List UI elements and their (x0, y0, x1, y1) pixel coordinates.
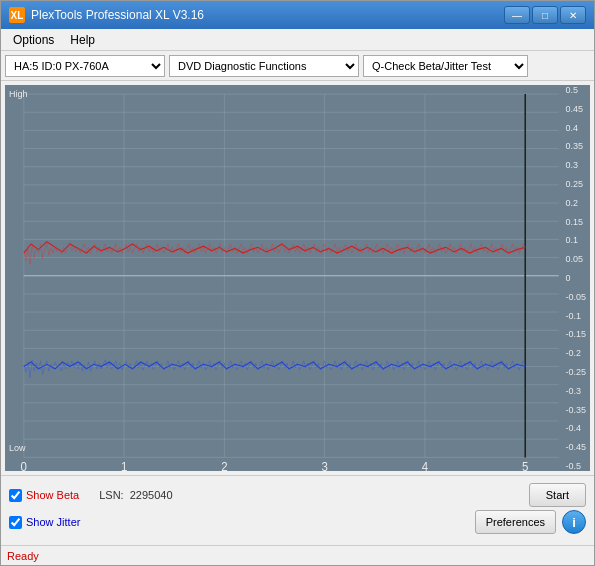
options-menu[interactable]: Options (5, 31, 62, 49)
bottom-row1: Show Beta LSN: 2295040 Start (9, 480, 586, 510)
window-title: PlexTools Professional XL V3.16 (31, 8, 204, 22)
svg-text:3: 3 (321, 460, 328, 471)
status-text: Ready (7, 550, 39, 562)
svg-text:4: 4 (422, 460, 429, 471)
menu-bar: Options Help (1, 29, 594, 51)
main-window: XL PlexTools Professional XL V3.16 — □ ✕… (0, 0, 595, 566)
test-select[interactable]: Q-Check Beta/Jitter Test (363, 55, 528, 77)
svg-text:1: 1 (121, 460, 128, 471)
show-beta-checkbox[interactable] (9, 489, 22, 502)
bottom-bar: Show Beta LSN: 2295040 Start Show Jitter… (1, 475, 594, 545)
start-section: Start (529, 483, 586, 507)
preferences-button[interactable]: Preferences (475, 510, 556, 534)
status-bar: Ready (1, 545, 594, 565)
title-bar-left: XL PlexTools Professional XL V3.16 (9, 7, 204, 23)
svg-text:0: 0 (21, 460, 28, 471)
title-bar: XL PlexTools Professional XL V3.16 — □ ✕ (1, 1, 594, 29)
help-menu[interactable]: Help (62, 31, 103, 49)
maximize-button[interactable]: □ (532, 6, 558, 24)
toolbar: HA:5 ID:0 PX-760A DVD Diagnostic Functio… (1, 51, 594, 81)
chart-svg: 0 1 2 3 4 5 (5, 85, 590, 471)
show-jitter-checkbox-label[interactable]: Show Jitter (9, 516, 80, 529)
lsn-value: 2295040 (130, 489, 173, 501)
lsn-section: LSN: 2295040 (99, 489, 172, 501)
lsn-label: LSN: (99, 489, 123, 501)
show-jitter-label: Show Jitter (26, 516, 80, 528)
bottom-row2: Show Jitter Preferences i (9, 510, 586, 534)
function-select[interactable]: DVD Diagnostic Functions (169, 55, 359, 77)
show-beta-label: Show Beta (26, 489, 79, 501)
app-icon: XL (9, 7, 25, 23)
close-button[interactable]: ✕ (560, 6, 586, 24)
svg-text:2: 2 (221, 460, 228, 471)
title-bar-controls: — □ ✕ (504, 6, 586, 24)
svg-text:5: 5 (522, 460, 529, 471)
chart-area: High Low 0.5 0.45 0.4 0.35 0.3 0.25 0.2 … (5, 85, 590, 471)
info-button[interactable]: i (562, 510, 586, 534)
minimize-button[interactable]: — (504, 6, 530, 24)
chart-low-label: Low (9, 443, 26, 453)
chart-high-label: High (9, 89, 28, 99)
show-jitter-checkbox[interactable] (9, 516, 22, 529)
svg-rect-0 (5, 85, 590, 471)
start-button[interactable]: Start (529, 483, 586, 507)
drive-select[interactable]: HA:5 ID:0 PX-760A (5, 55, 165, 77)
show-beta-checkbox-label[interactable]: Show Beta (9, 489, 79, 502)
